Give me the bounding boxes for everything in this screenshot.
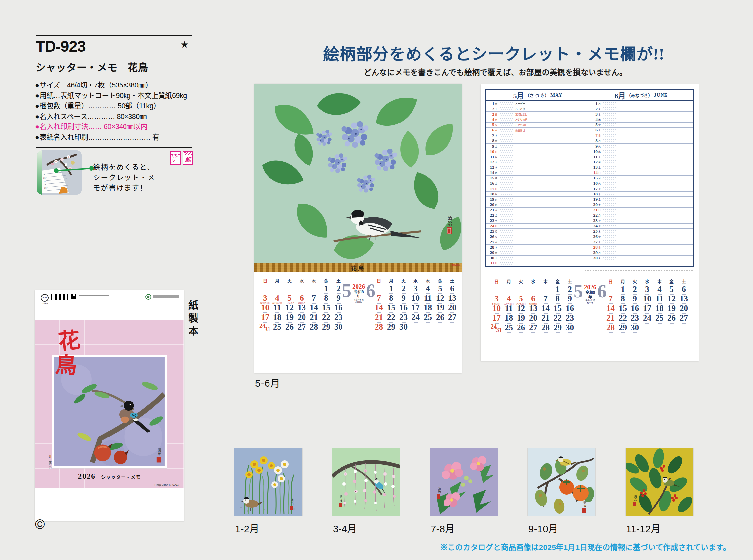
memo-day-row: 2火 xyxy=(590,106,693,112)
memo-day-row: 3水 xyxy=(590,112,693,117)
memo-day-row: 28日 xyxy=(590,245,693,250)
memo-day-row: 12火 xyxy=(486,159,590,165)
year: 2026 xyxy=(352,284,365,289)
calendar-cell: 19 xyxy=(283,314,296,323)
calendar-cell: 29 xyxy=(385,323,397,333)
memo-day-row: 24水 xyxy=(590,223,693,229)
calendar-cell xyxy=(515,286,527,295)
calendar-cell: 7 xyxy=(539,295,552,305)
memo-frame: 5月 （さ つ き） MAY 6月 （みなづき） JUNE 1金メーデー2土八十… xyxy=(485,89,694,267)
memo-day-row: 4木 xyxy=(590,117,693,122)
memo-day-row: 3日憲法記念日 xyxy=(486,112,590,117)
thumbnail-label: 9-10月 xyxy=(529,521,558,535)
calendar-cell xyxy=(527,286,539,295)
calendar-cell: 28 xyxy=(605,324,617,334)
calendar-cell: 14 xyxy=(308,304,320,314)
calendar-cell: 23 xyxy=(397,314,410,323)
calendar-cell: 24 xyxy=(410,314,422,323)
memo-day-row: 30火 xyxy=(590,256,693,261)
hydrangea-painting: 清 治 xyxy=(254,83,462,263)
svg-text:治: 治 xyxy=(339,498,342,502)
memo-day-row: 7日 xyxy=(590,133,693,138)
badge-group: ミシン 紙 xyxy=(171,151,193,165)
calendar-cell: 3 xyxy=(410,285,422,295)
era: 令和8年 xyxy=(584,290,596,299)
calendar-cell: 9 xyxy=(564,295,576,305)
calendar-cell: 20 xyxy=(446,304,458,314)
weekday-header: 月 xyxy=(271,278,283,285)
weekday-header: 日 xyxy=(491,278,503,286)
calendar-cell: 15 xyxy=(385,304,397,314)
calendar-cell: 6 xyxy=(678,286,690,295)
svg-text:清: 清 xyxy=(634,494,637,498)
memo-day-row: 20水 xyxy=(486,202,590,207)
weekday-header: 水 xyxy=(527,278,539,286)
year: 2026 xyxy=(584,284,596,290)
calendar-cell: 25 xyxy=(503,324,515,334)
qr-code xyxy=(71,294,76,299)
memo-day-row: 12金 xyxy=(590,159,693,165)
weekday-header: 月 xyxy=(503,278,515,286)
calendar-cell: 12 xyxy=(434,295,446,304)
month-may: 日月火水木金土123憲法記念日4みどりの日5こどもの日6振替休日78910111… xyxy=(491,278,576,334)
divider xyxy=(36,146,192,147)
calendar-cell: 16 xyxy=(564,305,576,314)
calendar-cell: 9 xyxy=(629,295,641,305)
thumbnail-mar-apr: 清 治 xyxy=(332,448,400,516)
calendar-cell xyxy=(422,323,434,333)
calendar-cell: 4 xyxy=(422,285,434,295)
product-code: TD-923 xyxy=(36,37,85,55)
calendar-cell: 4みどりの日 xyxy=(503,295,515,305)
memo-day-row: 1金メーデー xyxy=(486,101,590,106)
recycle-icon: ⟳ xyxy=(145,294,151,300)
band-title: 花鳥 xyxy=(351,264,365,272)
calendar-cell: 29 xyxy=(617,324,629,334)
memo-day-row: 9火 xyxy=(590,144,693,149)
svg-text:清: 清 xyxy=(438,487,441,490)
weekday-header: 木 xyxy=(308,278,320,285)
weekday-header: 木 xyxy=(539,278,552,286)
calendar-cell: 5 xyxy=(434,285,446,295)
svg-text:治: 治 xyxy=(438,490,441,494)
spec-item: ●梱包数（重量）………… 50部（11kg） xyxy=(35,101,149,112)
thumbnail-sep-oct: 清 治 xyxy=(528,448,595,516)
memo-day-row: 30土 xyxy=(486,256,590,261)
calendar-cell: 21 xyxy=(308,314,320,323)
memo-day-row: 29月 xyxy=(590,250,693,256)
calendar-cell xyxy=(283,285,296,295)
calendar-cell: 5こどもの日 xyxy=(515,295,527,305)
calendar-cell: 30 xyxy=(397,323,410,333)
calendar-cell: 16 xyxy=(332,304,344,314)
calendar-cell: 2431 xyxy=(259,323,271,333)
thumbnail-label: 3-4月 xyxy=(333,521,357,535)
memo-day-row: 8金 xyxy=(486,138,590,144)
spec-list: ●サイズ…46/4切・7枚（535×380㎜）●用紙…表紙マットコート90kg・… xyxy=(35,80,149,143)
memo-day-row: 26火 xyxy=(486,234,590,239)
calendar-cell xyxy=(296,285,308,295)
paper-icon xyxy=(184,152,192,155)
thumbnail-nov-dec: 清 治 xyxy=(626,448,693,516)
calendar-cell: 26 xyxy=(515,324,527,334)
calendar-cell: 3 xyxy=(641,286,653,295)
calendar-cell: 10 xyxy=(259,304,271,314)
cover-image: JCAL TD-923 ⟳ 花鳥 xyxy=(35,290,184,521)
calendar-cell: 19 xyxy=(666,305,678,314)
cover-marks: JCAL TD-923 xyxy=(41,294,108,304)
fine-print xyxy=(585,270,694,272)
calendar-cell: 15 xyxy=(617,305,629,314)
month-june: 日月火水木金土123456789101112131415161718192021… xyxy=(605,278,690,334)
feature-note: 絵柄をめくると、 シークレット・メ モが書けます！ xyxy=(93,162,155,193)
cover-title-calligraphy: 花鳥 xyxy=(58,329,80,376)
memo-day-row: 14日 xyxy=(590,171,693,176)
calendar-cell xyxy=(308,285,320,295)
memo-day-row: 16土 xyxy=(486,181,590,186)
spec-item: ●名入れ印刷寸法…… 60×340㎜以内 xyxy=(35,122,149,133)
badge-label: 紙 xyxy=(185,155,191,163)
calendar-cell: 18 xyxy=(503,314,515,324)
fine-print xyxy=(79,294,108,299)
calendar-cell: 21 xyxy=(605,314,617,324)
calendar-cell: 15 xyxy=(552,305,564,314)
calendar-cell xyxy=(259,285,271,295)
calendar-cell xyxy=(410,323,422,333)
calendar-cell: 4みどりの日 xyxy=(271,295,283,304)
